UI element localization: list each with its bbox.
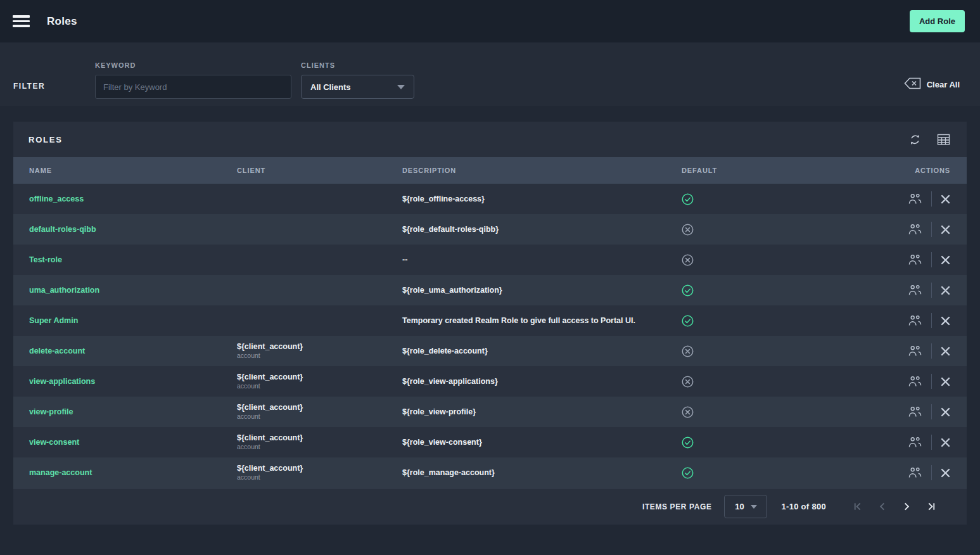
table-view-icon[interactable] — [937, 134, 950, 146]
clear-all-label: Clear All — [927, 80, 960, 89]
role-description: ${role_delete-account} — [402, 347, 682, 355]
clients-label: CLIENTS — [301, 61, 414, 69]
roles-card: ROLES NAME CLIENT DESCR — [13, 122, 967, 525]
clear-all-button[interactable]: Clear All — [904, 77, 960, 92]
column-header-actions: ACTIONS — [808, 167, 967, 174]
default-true-icon — [682, 284, 694, 297]
client-name: ${client_account} — [237, 372, 402, 382]
client-sub-label: account — [237, 412, 402, 421]
chevron-down-icon — [397, 85, 405, 89]
default-true-icon — [682, 437, 694, 449]
table-row: delete-account ${client_account} account… — [13, 336, 967, 366]
roles-card-header: ROLES — [13, 122, 967, 157]
role-name-link[interactable]: offline_access — [29, 195, 237, 203]
manage-users-icon[interactable] — [908, 466, 922, 479]
menu-icon[interactable] — [13, 15, 30, 27]
first-page-button[interactable] — [845, 501, 870, 512]
chevron-down-icon — [751, 505, 757, 509]
refresh-icon[interactable] — [908, 133, 922, 146]
role-description: ${role_view-consent} — [402, 438, 682, 447]
role-name-link[interactable]: uma_authorization — [29, 286, 237, 295]
actions-divider — [931, 191, 932, 207]
page-title: Roles — [47, 15, 77, 28]
role-name-link[interactable]: manage-account — [29, 468, 237, 477]
role-name-link[interactable]: view-profile — [29, 407, 237, 416]
pagination-bar: ITEMS PER PAGE 10 1-10 of 800 — [13, 488, 967, 525]
role-name-link[interactable]: view-consent — [29, 438, 237, 447]
clear-backspace-icon — [904, 77, 921, 92]
manage-users-icon[interactable] — [908, 405, 922, 418]
items-per-page-label: ITEMS PER PAGE — [642, 502, 712, 511]
manage-users-icon[interactable] — [908, 314, 922, 327]
actions-divider — [931, 435, 932, 450]
role-name-link[interactable]: Super Admin — [29, 316, 237, 325]
keyword-field-group: KEYWORD — [95, 61, 291, 99]
client-name: ${client_account} — [237, 433, 402, 443]
manage-users-icon[interactable] — [908, 345, 922, 357]
pagination-nav — [845, 501, 944, 512]
role-description: -- — [402, 255, 682, 264]
delete-role-icon[interactable] — [941, 438, 950, 447]
table-row: manage-account ${client_account} account… — [13, 457, 967, 488]
actions-divider — [931, 404, 932, 419]
client-sub-label: account — [237, 352, 402, 360]
delete-role-icon[interactable] — [941, 195, 950, 204]
role-name-link[interactable]: delete-account — [29, 347, 237, 355]
role-description: ${role_offline-access} — [402, 195, 682, 203]
last-page-button[interactable] — [919, 501, 944, 512]
role-description: ${role_view-profile} — [402, 407, 682, 416]
delete-role-icon[interactable] — [941, 468, 950, 478]
role-description: ${role_default-roles-qibb} — [402, 225, 682, 234]
actions-divider — [931, 343, 932, 359]
client-name: ${client_account} — [237, 463, 402, 473]
table-row: Test-role -- — [13, 245, 967, 275]
delete-role-icon[interactable] — [941, 347, 950, 356]
actions-divider — [931, 374, 932, 389]
manage-users-icon[interactable] — [908, 193, 922, 205]
actions-divider — [931, 222, 932, 237]
keyword-search-input[interactable] — [95, 75, 291, 99]
clients-select[interactable]: All Clients — [301, 75, 414, 99]
client-sub-label: account — [237, 382, 402, 391]
top-bar: Roles Add Role — [0, 0, 980, 42]
delete-role-icon[interactable] — [941, 225, 950, 234]
client-name: ${client_account} — [237, 402, 402, 412]
actions-divider — [931, 313, 932, 328]
default-false-icon — [682, 376, 694, 388]
column-header-default: DEFAULT — [682, 167, 808, 174]
role-name-link[interactable]: Test-role — [29, 255, 237, 264]
manage-users-icon[interactable] — [908, 284, 922, 297]
table-row: view-applications ${client_account} acco… — [13, 366, 967, 397]
default-true-icon — [682, 467, 694, 479]
column-header-client: CLIENT — [237, 167, 402, 174]
previous-page-button[interactable] — [870, 501, 894, 512]
role-description: Temporary created Realm Role to give ful… — [402, 316, 682, 325]
delete-role-icon[interactable] — [941, 255, 950, 265]
role-name-link[interactable]: default-roles-qibb — [29, 225, 237, 234]
manage-users-icon[interactable] — [908, 253, 922, 266]
default-true-icon — [682, 193, 694, 205]
table-row: offline_access ${role_offline-access} — [13, 184, 967, 214]
delete-role-icon[interactable] — [941, 407, 950, 417]
client-sub-label: account — [237, 473, 402, 482]
client-sub-label: account — [237, 443, 402, 452]
actions-divider — [931, 252, 932, 267]
add-role-button[interactable]: Add Role — [910, 10, 965, 32]
table-header-row: NAME CLIENT DESCRIPTION DEFAULT ACTIONS — [13, 157, 967, 184]
actions-divider — [931, 283, 932, 298]
next-page-button[interactable] — [894, 501, 919, 512]
table-body: offline_access ${role_offline-access} — [13, 184, 967, 488]
manage-users-icon[interactable] — [908, 436, 922, 449]
filter-section-label: FILTER — [13, 82, 64, 91]
default-false-icon — [682, 254, 694, 266]
manage-users-icon[interactable] — [908, 223, 922, 236]
delete-role-icon[interactable] — [941, 286, 950, 295]
delete-role-icon[interactable] — [941, 377, 950, 386]
keyword-label: KEYWORD — [95, 61, 291, 69]
role-name-link[interactable]: view-applications — [29, 377, 237, 386]
filter-section: FILTER KEYWORD CLIENTS All Clients Clear… — [0, 42, 980, 106]
delete-role-icon[interactable] — [941, 316, 950, 326]
default-false-icon — [682, 406, 694, 418]
manage-users-icon[interactable] — [908, 375, 922, 388]
page-size-select[interactable]: 10 — [724, 495, 767, 518]
